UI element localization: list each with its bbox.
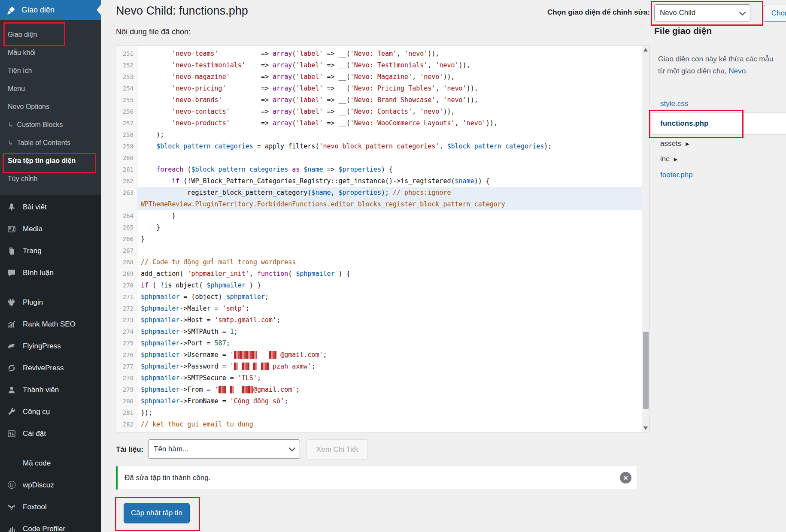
parent-theme-link[interactable]: Nevo. xyxy=(728,67,747,75)
theme-select[interactable]: Nevo Child xyxy=(654,4,750,21)
sidebar-subitem-mau-khoi[interactable]: Mẫu khối xyxy=(0,44,101,62)
line-number: 264 xyxy=(116,210,137,222)
code-line-280: 280$phpmailer->FromName = 'Cộng đồng số'… xyxy=(116,396,642,407)
scroll-up-arrow-icon[interactable] xyxy=(643,48,648,51)
sidebar-appearance-label: Giao diện xyxy=(21,6,55,15)
sidebar-subitem-tuy-chinh[interactable]: Tùy chỉnh xyxy=(0,170,101,188)
update-file-button[interactable]: Cập nhật tập tin xyxy=(124,503,190,523)
code-line-275: 275$phpmailer->Port = 587; xyxy=(116,338,642,349)
code-line-276: 276$phpmailer->Username = ' @gmail.com'; xyxy=(116,349,642,361)
sidebar-item-trang[interactable]: Trang xyxy=(0,240,101,262)
sidebar-subitem-menu[interactable]: Menu xyxy=(0,80,101,98)
plugin-icon xyxy=(7,298,16,307)
sidebar-subitem-custom-blocks[interactable]: ↳Custom Blocks xyxy=(0,116,101,134)
pages-icon xyxy=(7,246,16,256)
function-docs-select[interactable]: Tên hàm... xyxy=(148,439,300,459)
code-line-257: 257 'nevo-products' => array('label' => … xyxy=(116,118,642,129)
code-line-wrap: WPThemeReview.PluginTerritory.ForbiddenF… xyxy=(116,199,642,210)
sidebar-item-revivepress[interactable]: RevivePress xyxy=(0,357,101,379)
sidebar-subitem-table-of-contents[interactable]: ↳Table of Contents xyxy=(0,134,101,152)
theme-file-functions-php[interactable]: functions.php xyxy=(652,112,786,135)
code-line-281: 281}); xyxy=(116,407,642,419)
sidebar-item-binh-luan[interactable]: Bình luận xyxy=(0,262,101,284)
scroll-down-arrow-icon[interactable] xyxy=(643,426,648,430)
line-content: register_block_pattern_category($name, $… xyxy=(137,187,642,199)
code-editor[interactable]: 251 'nevo-teams' => array('label' => __(… xyxy=(116,45,650,432)
line-content: $phpmailer->Host = 'smtp.gmail.com'; xyxy=(137,314,642,326)
sidebar-item-wpdiscuz[interactable]: ⓊwpDiscuz xyxy=(0,474,101,496)
line-content: $phpmailer = (object) $phpmailer; xyxy=(137,291,642,303)
sidebar-item-appearance-active[interactable]: Giao diện xyxy=(0,0,101,20)
code-line-252: 252 'nevo-testimonials' => array('label'… xyxy=(116,60,642,71)
line-content: WPThemeReview.PluginTerritory.ForbiddenF… xyxy=(137,199,642,210)
subitem-label: Tiện ích xyxy=(8,67,32,75)
sidebar-item-flyingpress[interactable]: FlyingPress xyxy=(0,335,101,357)
file-content-label: Nội dung file đã chọn: xyxy=(116,27,191,36)
code-line-273: 273$phpmailer->Host = 'smtp.gmail.com'; xyxy=(116,314,642,326)
subitem-label: Menu xyxy=(8,85,25,93)
menu-item-label: Trang xyxy=(23,247,42,255)
sidebar-subitem-nevo-options[interactable]: Nevo Options xyxy=(0,98,101,116)
theme-select-label: Chọn giao diện để chỉnh sửa: xyxy=(547,8,650,17)
sidebar-subitem-sua-tep-tin-giao-dien[interactable]: Sửa tệp tin giao diện xyxy=(0,152,101,170)
media-icon xyxy=(7,224,16,234)
line-content: } xyxy=(137,222,642,233)
menu-item-label: Bài viết xyxy=(23,203,47,212)
brush-icon xyxy=(6,5,16,15)
line-content: } xyxy=(137,233,642,245)
code-line-266: 266} xyxy=(116,233,642,245)
editor-scrollbar[interactable] xyxy=(642,46,649,432)
sidebar-item-code-profiler[interactable]: Code Profiler xyxy=(0,518,101,532)
code-line-268: 268// Code tự động gửi mail trong wordpr… xyxy=(116,257,642,268)
sidebar-item-bai-viet[interactable]: Bài viết xyxy=(0,196,101,218)
code-line-255: 255 'nevo-brands' => array('label' => __… xyxy=(116,94,642,106)
code-line-265: 265 } xyxy=(116,222,642,233)
line-content: if (!WP_Block_Pattern_Categories_Registr… xyxy=(137,175,642,187)
line-number xyxy=(116,199,137,210)
choose-theme-button[interactable]: Chọn xyxy=(764,5,786,22)
sidebar-item-foxtool[interactable]: Foxtool xyxy=(0,496,101,518)
scrollbar-thumb[interactable] xyxy=(643,332,649,409)
menu-item-label: Cài đặt xyxy=(23,429,46,438)
line-content: 'nevo-products' => array('label' => __('… xyxy=(137,118,642,129)
settings-icon xyxy=(7,429,16,438)
line-content: ); xyxy=(137,129,642,141)
theme-file-inc[interactable]: inc▶ xyxy=(660,155,677,163)
docs-select-value: Tên hàm... xyxy=(154,445,188,453)
sidebar-item-cai-at[interactable]: Cài đặt xyxy=(0,423,101,444)
menu-item-label: RevivePress xyxy=(23,364,64,372)
sidebar-item-ma-code[interactable]: Mã code xyxy=(0,452,101,474)
line-content: $phpmailer->FromName = 'Cộng đồng số'; xyxy=(137,396,642,407)
line-content: // Code tự động gửi mail trong wordpress xyxy=(137,257,642,268)
sidebar-item-plugin[interactable]: Plugin xyxy=(0,291,101,313)
theme-file-style-css[interactable]: style.css xyxy=(660,100,688,108)
sidebar-subitem-giao-dien[interactable]: Giao diện xyxy=(0,26,101,44)
folder-label: assets xyxy=(660,139,681,148)
dismiss-notice-icon[interactable]: ✕ xyxy=(620,472,631,484)
success-notice: Đã sửa tập tin thành công. ✕ xyxy=(116,466,637,490)
code-line-272: 272$phpmailer->Mailer = 'smtp'; xyxy=(116,303,642,314)
sidebar-item-cong-cu[interactable]: Công cụ xyxy=(0,401,101,423)
fox-icon xyxy=(7,502,16,512)
line-number: 279 xyxy=(116,384,137,396)
sub-level-arrow-icon: ↳ xyxy=(8,139,13,147)
theme-file-assets[interactable]: assets▶ xyxy=(660,139,689,148)
bars-icon xyxy=(7,524,16,532)
sidebar-item-rank-math-seo[interactable]: Rank Math SEO xyxy=(0,313,101,335)
code-line-263: 263 register_block_pattern_category($nam… xyxy=(116,187,642,199)
sidebar-item-thanh-vien[interactable]: Thành viên xyxy=(0,379,101,401)
line-content: 'nevo-magazine' => array('label' => __('… xyxy=(137,71,642,83)
sidebar-subitem-tien-ich[interactable]: Tiện ích xyxy=(0,62,101,80)
file-label: functions.php xyxy=(660,119,708,128)
line-number: 277 xyxy=(116,361,137,372)
line-content: add_action( 'phpmailer_init', function( … xyxy=(137,268,642,280)
sidebar-item-media[interactable]: Media xyxy=(0,218,101,240)
line-number: 263 xyxy=(116,187,137,199)
theme-file-footer-php[interactable]: footer.php xyxy=(660,171,693,179)
code-line-277: 277$phpmailer->Password = ' pzah axmw'; xyxy=(116,361,642,372)
view-details-button[interactable]: Xem Chi Tiết xyxy=(307,439,368,459)
line-content xyxy=(137,152,642,164)
line-content: } xyxy=(137,210,642,222)
menu-item-label: Plugin xyxy=(23,298,43,307)
docs-label: Tài liệu: xyxy=(116,445,143,454)
